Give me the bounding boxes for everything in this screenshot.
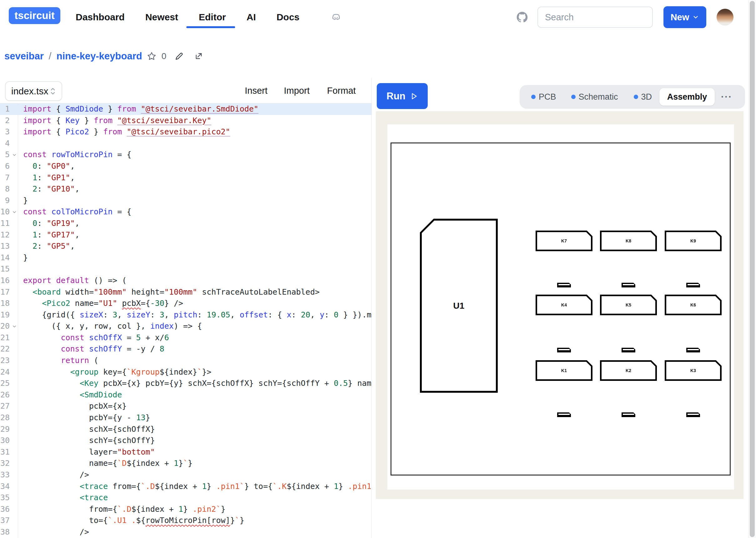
key-k9: K9 xyxy=(665,231,722,251)
breadcrumb-owner-link[interactable]: seveibar xyxy=(4,51,44,62)
line-number: 22 xyxy=(0,343,11,355)
insert-menu[interactable]: Insert xyxy=(243,78,269,103)
code-text: schX={schOffX} xyxy=(18,424,155,435)
smd-diode xyxy=(557,283,571,288)
format-menu[interactable]: Format xyxy=(325,78,358,103)
smd-diode xyxy=(621,348,635,352)
smd-diode xyxy=(557,412,571,417)
code-text xyxy=(18,138,23,149)
code-line: 35 <trace xyxy=(0,492,372,504)
share-arrow-icon[interactable] xyxy=(194,52,203,61)
code-line: 19 {grid({ sizeX: 3, sizeY: 3, pitch: 19… xyxy=(0,309,372,321)
code-text: name={`D${index + 1}`} xyxy=(18,458,193,469)
line-number: 2 xyxy=(0,115,11,127)
tab-assembly[interactable]: Assembly xyxy=(660,88,715,106)
tab-pcb-label: PCB xyxy=(539,92,556,102)
code-text: <Key pcbX={x} pcbY={y} schX={schOffX} sc… xyxy=(18,378,372,389)
key-label: K6 xyxy=(690,302,696,307)
smd-diode xyxy=(557,348,571,352)
key-k8: K8 xyxy=(600,231,657,251)
discord-icon[interactable] xyxy=(330,12,342,23)
run-button[interactable]: Run xyxy=(377,83,428,109)
code-line: 11 0: "GP19", xyxy=(0,218,372,229)
nav-item-docs[interactable]: Docs xyxy=(276,12,299,23)
nav-item-dashboard[interactable]: Dashboard xyxy=(76,12,125,23)
code-line: 27 pcbX={x} xyxy=(0,401,372,412)
line-number: 5 xyxy=(0,149,11,161)
user-avatar[interactable] xyxy=(717,9,733,26)
code-line: 21 const schOffX = 5 + x/6 xyxy=(0,332,372,344)
code-line: 29 schX={schOffX} xyxy=(0,424,372,435)
new-button[interactable]: New xyxy=(664,6,706,28)
code-editor-content[interactable]: 1import { SmdDiode } from "@tsci/seveiba… xyxy=(0,103,372,538)
star-icon[interactable] xyxy=(147,52,156,61)
editor-toolbar: index.tsx Insert Import Format xyxy=(0,78,372,103)
file-selector[interactable]: index.tsx xyxy=(5,81,62,101)
schematic-dot-icon xyxy=(571,95,576,99)
search-input[interactable] xyxy=(538,7,653,28)
line-number: 37 xyxy=(0,515,11,526)
code-text: const rowToMicroPin = { xyxy=(18,149,131,161)
nav-item-editor[interactable]: Editor xyxy=(199,12,226,23)
line-number: 35 xyxy=(0,492,11,504)
line-number: 14 xyxy=(0,252,11,264)
import-menu[interactable]: Import xyxy=(282,78,312,103)
rename-pencil-icon[interactable] xyxy=(174,52,184,61)
code-line: 2import { Key } from "@tsci/seveibar.Key… xyxy=(0,115,372,127)
code-line: 22 const schOffY = -y / 8 xyxy=(0,343,372,355)
code-line: 15 xyxy=(0,263,372,275)
key-label: K4 xyxy=(561,302,567,307)
line-number: 12 xyxy=(0,229,11,241)
board-outline: U1 K7K8K9K4K5K6K1K2K3 xyxy=(390,142,731,475)
smd-diode xyxy=(686,412,700,417)
tab-3d[interactable]: 3D xyxy=(634,92,652,102)
line-number: 21 xyxy=(0,332,11,344)
line-number: 38 xyxy=(0,526,11,538)
code-text: import { SmdDiode } from "@tsci/seveibar… xyxy=(18,103,259,115)
line-number: 3 xyxy=(0,126,11,138)
project-header-bar: seveibar / nine-key-keyboard 0 xyxy=(0,34,756,79)
code-text: const colToMicroPin = { xyxy=(18,206,131,218)
line-number: 34 xyxy=(0,481,11,492)
code-line: 4 xyxy=(0,138,372,149)
assembly-canvas[interactable]: U1 K7K8K9K4K5K6K1K2K3 xyxy=(387,124,734,490)
key-k4: K4 xyxy=(536,295,593,315)
code-text: 1: "GP1", xyxy=(18,172,75,184)
breadcrumb: seveibar / nine-key-keyboard 0 xyxy=(4,34,203,78)
code-text: } xyxy=(18,252,28,264)
code-text: pcbY={y - 13} xyxy=(18,412,150,424)
code-text: <trace xyxy=(18,492,108,504)
nav-item-ai[interactable]: AI xyxy=(246,12,256,23)
tabs-overflow-icon[interactable]: ··· xyxy=(721,91,732,102)
fold-chevron-icon[interactable] xyxy=(11,324,18,329)
tscircuit-logo[interactable]: tscircuit xyxy=(9,7,60,24)
line-number: 30 xyxy=(0,435,11,447)
code-editor-panel: index.tsx Insert Import Format 1import {… xyxy=(0,78,372,538)
smd-diode xyxy=(621,412,635,417)
line-number: 20 xyxy=(0,321,11,332)
fold-chevron-icon[interactable] xyxy=(11,210,18,214)
fold-chevron-icon[interactable] xyxy=(11,153,18,157)
page-scrollbar xyxy=(748,0,756,538)
scrollbar-thumb[interactable] xyxy=(750,1,755,537)
tab-3d-label: 3D xyxy=(641,92,652,102)
preview-panel: Run PCB Schematic 3D Assembly ··· xyxy=(372,78,748,538)
tab-schematic[interactable]: Schematic xyxy=(571,92,618,102)
line-number: 26 xyxy=(0,389,11,401)
breadcrumb-separator: / xyxy=(49,51,52,62)
code-text: const schOffY = -y / 8 xyxy=(18,343,164,355)
code-text: return ( xyxy=(18,355,98,366)
smd-diode xyxy=(686,283,700,288)
code-line: 16export default () => ( xyxy=(0,275,372,287)
tab-pcb[interactable]: PCB xyxy=(531,92,556,102)
chevron-up-down-icon xyxy=(50,87,56,95)
key-k1: K1 xyxy=(536,360,593,381)
github-icon[interactable] xyxy=(516,12,528,23)
code-text: 2: "GP10", xyxy=(18,184,80,195)
code-line: 18 <Pico2 name="U1" pcbX={-30} /> xyxy=(0,298,372,309)
breadcrumb-project-link[interactable]: nine-key-keyboard xyxy=(56,51,142,62)
line-number: 9 xyxy=(0,195,11,206)
code-text: 0: "GP0", xyxy=(18,161,75,172)
nav-item-newest[interactable]: Newest xyxy=(145,12,178,23)
code-line: 6 0: "GP0", xyxy=(0,161,372,172)
